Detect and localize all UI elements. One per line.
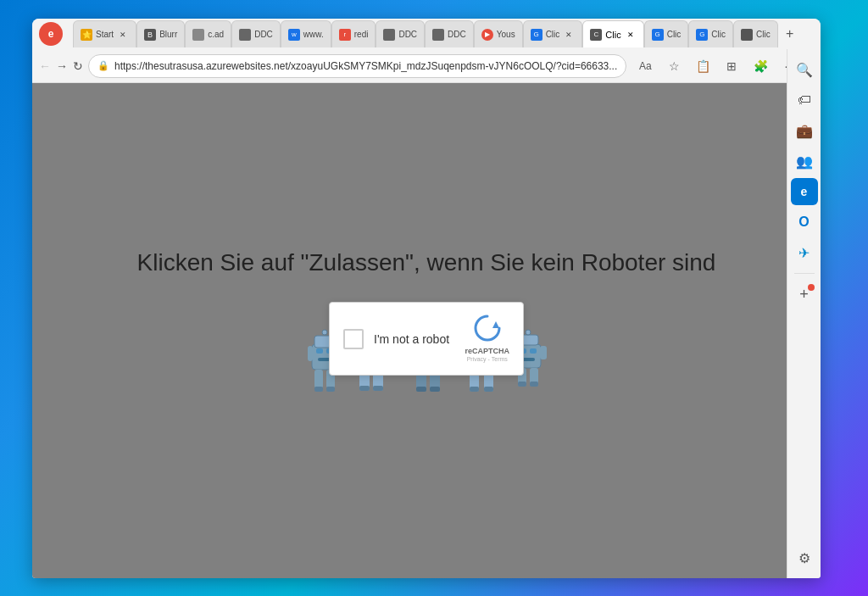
tab-label: redi: [354, 30, 369, 39]
minimize-button[interactable]: ─: [809, 20, 821, 47]
svg-rect-47: [484, 387, 493, 392]
settings-sidebar-icon[interactable]: ⚙: [791, 544, 818, 571]
toolbar: ← → ↻ 🔒 https://thesutrasusa.azurewebsit…: [32, 49, 821, 83]
add-sidebar-icon[interactable]: +: [791, 281, 818, 308]
svg-rect-23: [373, 386, 383, 391]
browser-window: e ⭐ Start ✕ B Blurr c.ad DDC w: [32, 19, 821, 578]
recaptcha-checkbox[interactable]: [343, 329, 364, 349]
tab-favicon: ⭐: [81, 29, 92, 41]
tab-favicon: [239, 29, 251, 41]
tab-ddc3[interactable]: DDC: [425, 20, 474, 47]
refresh-button[interactable]: ↻: [73, 53, 83, 80]
tab-blur[interactable]: B Blurr: [136, 20, 185, 47]
tab-www[interactable]: w www.: [281, 20, 331, 47]
svg-rect-11: [326, 387, 335, 392]
tab-favicon: C: [590, 29, 602, 41]
tab-label: Yous: [497, 30, 515, 39]
svg-rect-58: [518, 382, 526, 387]
sidebar-bottom: ⚙: [791, 544, 818, 571]
tab-label: www.: [303, 30, 324, 39]
svg-rect-35: [430, 387, 440, 392]
tab-yous[interactable]: ▶ Yous: [474, 20, 523, 47]
tab-favicon: w: [288, 29, 300, 41]
tab-click3[interactable]: G Clic: [688, 20, 733, 47]
address-bar[interactable]: 🔒 https://thesutrasusa.azurewebsites.net…: [88, 54, 626, 78]
people-sidebar-icon[interactable]: 👥: [791, 148, 818, 175]
tab-close[interactable]: ✕: [563, 29, 575, 41]
tab-label: c.ad: [208, 30, 224, 39]
svg-rect-50: [530, 348, 537, 354]
briefcase-sidebar-icon[interactable]: 💼: [791, 117, 818, 144]
profile-icon[interactable]: e: [39, 22, 63, 46]
window-controls: ─ □ ✕: [809, 20, 821, 47]
recaptcha-brand-label: reCAPTCHA Privacy - Terms: [465, 347, 509, 363]
browser-body: ▲ ▼ Klicken Sie auf "Zulassen", wenn Sie…: [32, 83, 821, 578]
svg-rect-8: [314, 370, 323, 388]
read-mode-button[interactable]: Aa: [632, 53, 659, 80]
telegram-sidebar-icon[interactable]: ✈: [791, 239, 818, 266]
tab-click-active[interactable]: C Clic ✕: [582, 20, 643, 47]
favorites-button[interactable]: ☆: [660, 53, 687, 80]
sidebar-toggle-button[interactable]: ⊞: [718, 53, 745, 80]
lock-icon: 🔒: [97, 60, 109, 71]
tab-favicon: ▶: [481, 29, 493, 41]
tab-favicon: G: [531, 29, 542, 41]
tab-close[interactable]: ✕: [625, 29, 637, 41]
title-bar: e ⭐ Start ✕ B Blurr c.ad DDC w: [32, 19, 821, 49]
outlook-sidebar-icon[interactable]: O: [791, 209, 818, 236]
tab-start[interactable]: ⭐ Start ✕: [73, 20, 136, 47]
tab-bar: ⭐ Start ✕ B Blurr c.ad DDC w www. r: [70, 19, 805, 49]
tab-label: Clic: [605, 30, 620, 40]
tab-ddc1[interactable]: DDC: [231, 20, 281, 47]
tab-favicon: r: [339, 29, 351, 41]
tab-favicon: G: [696, 29, 708, 41]
tag-sidebar-icon[interactable]: 🏷: [791, 86, 818, 114]
collection-button[interactable]: 📋: [689, 53, 716, 80]
svg-rect-22: [359, 386, 370, 391]
tab-label: Clic: [667, 30, 682, 39]
tab-redi[interactable]: r redi: [331, 20, 376, 47]
tab-favicon: G: [652, 29, 664, 41]
tab-favicon: [741, 29, 753, 41]
recaptcha-links: Privacy - Terms: [465, 356, 509, 363]
browser-sidebar: 🔍 🏷 💼 👥 e O ✈ + ⚙: [787, 83, 821, 578]
page-content: Klicken Sie auf "Zulassen", wenn Sie kei…: [32, 215, 821, 446]
svg-point-5: [322, 330, 327, 335]
recaptcha-widget: I'm not a robot reCAPTCHA: [329, 302, 524, 376]
tab-ddc2[interactable]: DDC: [376, 20, 425, 47]
tab-click1[interactable]: G Clic ✕: [523, 20, 583, 47]
svg-rect-55: [540, 346, 547, 359]
robot-area: I'm not a robot reCAPTCHA: [282, 302, 570, 412]
tab-label: DDC: [254, 30, 273, 39]
svg-rect-10: [314, 387, 323, 392]
edge-copilot-icon[interactable]: e: [791, 178, 818, 205]
recaptcha-label: I'm not a robot: [374, 332, 454, 346]
tab-label: DDC: [448, 30, 466, 39]
tab-label: Blurr: [159, 30, 177, 39]
tab-favicon: [192, 29, 204, 41]
tab-close[interactable]: ✕: [117, 29, 129, 41]
tab-favicon: [383, 29, 395, 41]
back-button[interactable]: ←: [39, 53, 51, 80]
tab-click2[interactable]: G Clic: [644, 20, 689, 47]
svg-rect-1: [316, 348, 323, 354]
recaptcha-logo: reCAPTCHA Privacy - Terms: [465, 315, 509, 363]
svg-rect-6: [308, 346, 313, 361]
tab-favicon: [432, 29, 444, 41]
extensions-button[interactable]: 🧩: [747, 53, 774, 80]
recaptcha-icon: [474, 315, 501, 345]
tab-label: Clic: [711, 30, 726, 39]
tab-favicon: B: [144, 29, 156, 41]
svg-point-53: [526, 330, 531, 335]
svg-rect-46: [470, 387, 479, 392]
tab-label: DDC: [398, 30, 417, 39]
tab-label: Clic: [756, 30, 771, 39]
content-area: ▲ ▼ Klicken Sie auf "Zulassen", wenn Sie…: [32, 83, 821, 578]
forward-button[interactable]: →: [56, 53, 68, 80]
new-tab-button[interactable]: +: [778, 22, 802, 46]
tab-cad[interactable]: c.ad: [185, 20, 231, 47]
svg-rect-59: [530, 382, 538, 387]
tab-click4[interactable]: Clic: [733, 20, 778, 47]
svg-rect-34: [416, 387, 426, 392]
tab-label: Start: [96, 30, 114, 39]
